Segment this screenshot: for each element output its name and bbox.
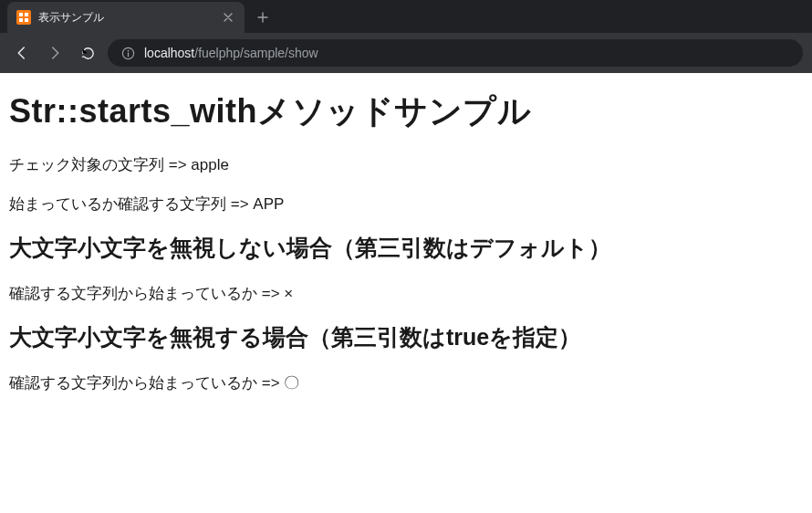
svg-rect-1 bbox=[25, 13, 28, 16]
page-content: Str::starts_withメソッドサンプル チェック対象の文字列 => a… bbox=[0, 73, 812, 421]
section-case-insensitive: 大文字小文字を無視する場合（第三引数はtrueを指定） bbox=[9, 322, 803, 352]
tab-title: 表示サンプル bbox=[38, 10, 213, 26]
forward-button[interactable] bbox=[42, 40, 68, 66]
target-string-line: チェック対象の文字列 => apple bbox=[9, 154, 803, 175]
section-case-sensitive: 大文字小文字を無視しない場合（第三引数はデフォルト） bbox=[9, 233, 803, 263]
close-icon[interactable] bbox=[221, 10, 235, 25]
new-tab-button[interactable] bbox=[250, 5, 276, 30]
url-text: localhost/fuelphp/sample/show bbox=[144, 46, 318, 60]
url-host: localhost bbox=[144, 46, 194, 60]
svg-rect-6 bbox=[127, 52, 128, 57]
result-case-sensitive: 確認する文字列から始まっているか => × bbox=[9, 283, 803, 304]
address-bar[interactable]: localhost/fuelphp/sample/show bbox=[108, 39, 803, 67]
browser-tab[interactable]: 表示サンプル bbox=[7, 2, 245, 33]
back-button[interactable] bbox=[9, 40, 35, 66]
result-case-insensitive: 確認する文字列から始まっているか => 〇 bbox=[9, 372, 803, 393]
svg-rect-0 bbox=[19, 13, 23, 16]
site-info-icon[interactable] bbox=[120, 46, 135, 60]
svg-rect-2 bbox=[19, 18, 23, 22]
reload-button[interactable] bbox=[75, 40, 100, 66]
url-path: /fuelphp/sample/show bbox=[194, 46, 318, 60]
svg-point-5 bbox=[127, 49, 129, 51]
check-string-line: 始まっているか確認する文字列 => APP bbox=[9, 194, 803, 215]
page-title: Str::starts_withメソッドサンプル bbox=[9, 89, 803, 134]
svg-rect-3 bbox=[25, 18, 28, 22]
browser-toolbar: localhost/fuelphp/sample/show bbox=[0, 33, 812, 73]
xampp-icon bbox=[16, 10, 31, 25]
tab-bar: 表示サンプル bbox=[0, 0, 812, 33]
